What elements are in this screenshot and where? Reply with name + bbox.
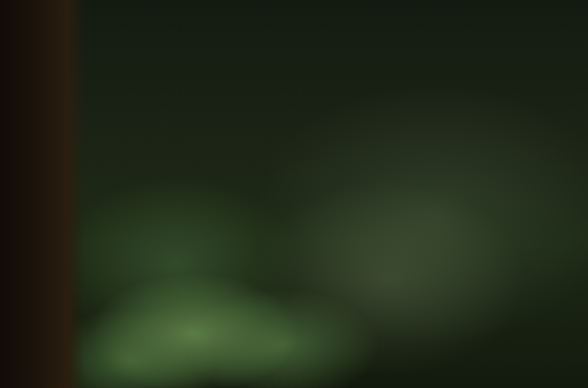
desktop: Screenshot 2025-0....51.29 PM Screenshot… <box>0 0 588 388</box>
redwood-trunk-left <box>0 0 85 388</box>
desktop-wallpaper <box>0 0 588 388</box>
